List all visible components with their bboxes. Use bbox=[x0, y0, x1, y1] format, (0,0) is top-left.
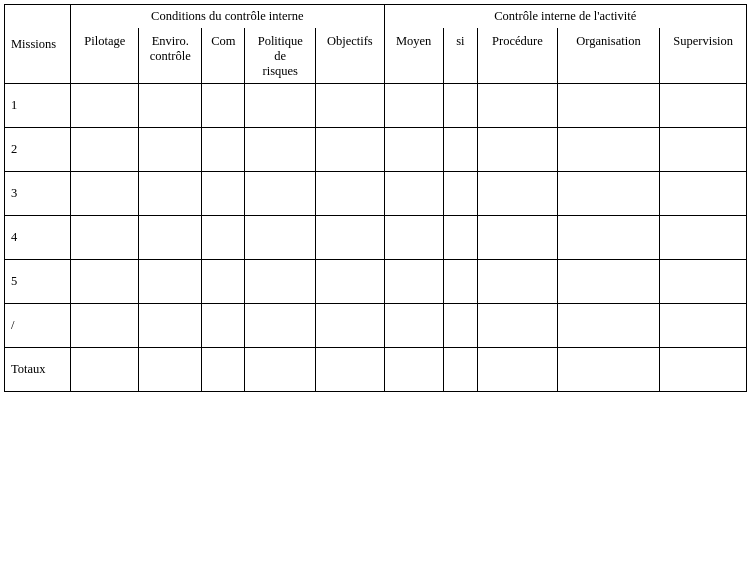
row-1-supervision bbox=[660, 84, 747, 128]
row-slash-supervision bbox=[660, 304, 747, 348]
row-3-label: 3 bbox=[5, 172, 71, 216]
organisation-header: Organisation bbox=[557, 28, 660, 84]
conditions-header: Conditions du contrôle interne bbox=[71, 5, 384, 29]
row-5-supervision bbox=[660, 260, 747, 304]
row-4-si bbox=[443, 216, 477, 260]
row-slash-procedure bbox=[477, 304, 557, 348]
row-3-moyen bbox=[384, 172, 443, 216]
row-2-enviro bbox=[139, 128, 202, 172]
row-4-organisation bbox=[557, 216, 660, 260]
row-slash-pilotage bbox=[71, 304, 139, 348]
row-totaux-enviro bbox=[139, 348, 202, 392]
row-1-moyen bbox=[384, 84, 443, 128]
data-row-5: 5 bbox=[5, 260, 747, 304]
row-2-supervision bbox=[660, 128, 747, 172]
row-2-procedure bbox=[477, 128, 557, 172]
row-slash-moyen bbox=[384, 304, 443, 348]
controle-interne-header: Contrôle interne de l'activité bbox=[384, 5, 746, 29]
missions-header: Missions bbox=[5, 5, 71, 84]
row-2-si bbox=[443, 128, 477, 172]
row-5-politique bbox=[245, 260, 316, 304]
row-4-procedure bbox=[477, 216, 557, 260]
row-4-objectifs bbox=[316, 216, 384, 260]
row-5-pilotage bbox=[71, 260, 139, 304]
row-1-si bbox=[443, 84, 477, 128]
row-totaux-com bbox=[202, 348, 245, 392]
row-5-moyen bbox=[384, 260, 443, 304]
row-5-objectifs bbox=[316, 260, 384, 304]
row-2-pilotage bbox=[71, 128, 139, 172]
row-slash-politique bbox=[245, 304, 316, 348]
row-totaux-supervision bbox=[660, 348, 747, 392]
row-2-objectifs bbox=[316, 128, 384, 172]
row-4-pilotage bbox=[71, 216, 139, 260]
row-totaux-label: Totaux bbox=[5, 348, 71, 392]
row-1-enviro bbox=[139, 84, 202, 128]
row-1-label: 1 bbox=[5, 84, 71, 128]
row-3-organisation bbox=[557, 172, 660, 216]
row-totaux-objectifs bbox=[316, 348, 384, 392]
row-slash-com bbox=[202, 304, 245, 348]
data-row-3: 3 bbox=[5, 172, 747, 216]
row-totaux-procedure bbox=[477, 348, 557, 392]
com-header: Com bbox=[202, 28, 245, 84]
row-1-objectifs bbox=[316, 84, 384, 128]
row-slash-enviro bbox=[139, 304, 202, 348]
header-row-1: Missions Conditions du contrôle interne … bbox=[5, 5, 747, 29]
data-row-2: 2 bbox=[5, 128, 747, 172]
row-4-politique bbox=[245, 216, 316, 260]
data-row-1: 1 bbox=[5, 84, 747, 128]
row-5-organisation bbox=[557, 260, 660, 304]
enviro-header: Enviro. contrôle bbox=[139, 28, 202, 84]
si-header: si bbox=[443, 28, 477, 84]
row-slash-organisation bbox=[557, 304, 660, 348]
data-row-slash: / bbox=[5, 304, 747, 348]
row-totaux-moyen bbox=[384, 348, 443, 392]
row-4-moyen bbox=[384, 216, 443, 260]
row-3-pilotage bbox=[71, 172, 139, 216]
row-5-enviro bbox=[139, 260, 202, 304]
row-1-pilotage bbox=[71, 84, 139, 128]
row-2-organisation bbox=[557, 128, 660, 172]
row-slash-label: / bbox=[5, 304, 71, 348]
header-row-2: Pilotage Enviro. contrôle Com Politique … bbox=[5, 28, 747, 84]
row-3-procedure bbox=[477, 172, 557, 216]
row-totaux-organisation bbox=[557, 348, 660, 392]
row-1-procedure bbox=[477, 84, 557, 128]
row-2-politique bbox=[245, 128, 316, 172]
politique-header: Politique de risques bbox=[245, 28, 316, 84]
audit-table: Missions Conditions du contrôle interne … bbox=[4, 4, 747, 392]
pilotage-header: Pilotage bbox=[71, 28, 139, 84]
row-slash-si bbox=[443, 304, 477, 348]
data-row-totaux: Totaux bbox=[5, 348, 747, 392]
row-slash-objectifs bbox=[316, 304, 384, 348]
row-2-moyen bbox=[384, 128, 443, 172]
row-3-objectifs bbox=[316, 172, 384, 216]
row-1-com bbox=[202, 84, 245, 128]
objectifs-header: Objectifs bbox=[316, 28, 384, 84]
data-row-4: 4 bbox=[5, 216, 747, 260]
row-1-organisation bbox=[557, 84, 660, 128]
row-totaux-politique bbox=[245, 348, 316, 392]
row-2-label: 2 bbox=[5, 128, 71, 172]
main-container: Missions Conditions du contrôle interne … bbox=[0, 0, 751, 396]
row-5-procedure bbox=[477, 260, 557, 304]
row-4-label: 4 bbox=[5, 216, 71, 260]
row-totaux-si bbox=[443, 348, 477, 392]
moyen-header: Moyen bbox=[384, 28, 443, 84]
row-5-com bbox=[202, 260, 245, 304]
row-4-supervision bbox=[660, 216, 747, 260]
row-2-com bbox=[202, 128, 245, 172]
row-3-com bbox=[202, 172, 245, 216]
supervision-header: Supervision bbox=[660, 28, 747, 84]
row-3-supervision bbox=[660, 172, 747, 216]
row-4-com bbox=[202, 216, 245, 260]
row-3-politique bbox=[245, 172, 316, 216]
row-4-enviro bbox=[139, 216, 202, 260]
procedure-header: Procédure bbox=[477, 28, 557, 84]
row-3-si bbox=[443, 172, 477, 216]
row-totaux-pilotage bbox=[71, 348, 139, 392]
row-1-politique bbox=[245, 84, 316, 128]
row-5-si bbox=[443, 260, 477, 304]
row-3-enviro bbox=[139, 172, 202, 216]
